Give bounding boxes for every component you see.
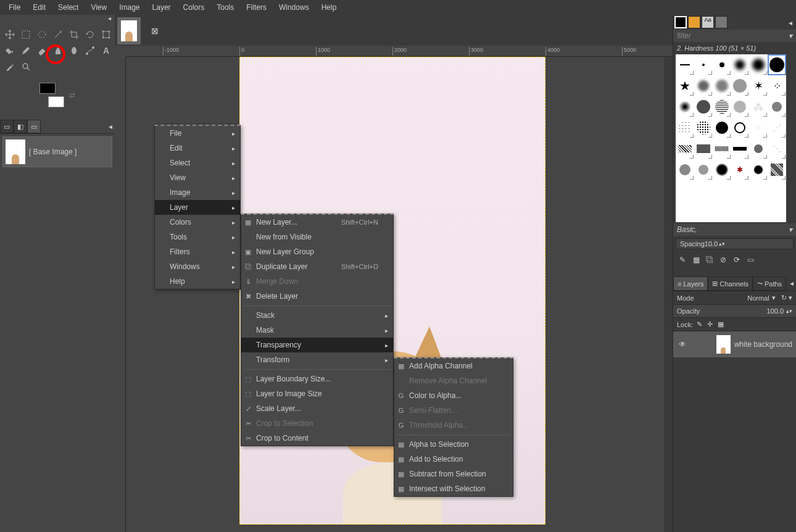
fuzzy-select-tool[interactable] — [51, 27, 65, 42]
cm-file[interactable]: File▸ — [155, 126, 240, 141]
menu-colors[interactable]: Colors — [177, 1, 211, 14]
cm-layer[interactable]: Layer▸ — [155, 200, 240, 215]
transform-tool[interactable] — [99, 27, 114, 42]
brush-preset[interactable]: ✱ — [731, 159, 750, 180]
brush-preset[interactable] — [676, 96, 694, 117]
color-swatches[interactable] — [39, 83, 64, 107]
brush-preset[interactable] — [749, 138, 768, 159]
cm-delete-layer[interactable]: ✖Delete Layer — [241, 289, 393, 304]
lock-alpha-icon[interactable]: ▦ — [718, 320, 724, 328]
swap-colors-icon[interactable]: ⇄ — [69, 91, 75, 99]
brush-preset[interactable]: ⁘ — [768, 75, 786, 96]
brush-preset[interactable]: ✶ — [749, 75, 768, 96]
open-brush-icon[interactable]: ▭ — [745, 254, 756, 265]
zoom-tool[interactable] — [19, 59, 33, 74]
cm-view[interactable]: View▸ — [155, 170, 240, 185]
tool-options-tab[interactable]: ▭ — [0, 120, 14, 133]
patterns-tab[interactable] — [688, 16, 700, 28]
text-tool[interactable]: A — [99, 43, 114, 58]
cm-edit[interactable]: Edit▸ — [155, 141, 240, 156]
cm-colors[interactable]: Colors▸ — [155, 215, 240, 230]
brush-preset[interactable]: ⋱ — [768, 138, 786, 159]
cm-select[interactable]: Select▸ — [155, 156, 240, 170]
image-list-item[interactable]: [ Base Image ] — [2, 136, 112, 167]
cm-transform[interactable]: Transform▸ — [241, 352, 393, 367]
spacing-slider[interactable]: Spacing 10.0 ▴▾ — [676, 238, 794, 249]
cm-crop-content[interactable]: ✂Crop to Content — [241, 431, 393, 446]
panel-menu-icon[interactable]: ◂ — [786, 16, 795, 28]
brush-preset[interactable] — [768, 159, 786, 180]
cm-intersect-selection[interactable]: ▦Intersect with Selection — [394, 481, 513, 496]
brush-preset[interactable] — [676, 138, 694, 159]
cm-layer-boundary[interactable]: ⬚Layer Boundary Size... — [241, 372, 393, 386]
clone-tool[interactable] — [51, 43, 65, 58]
brush-preset[interactable] — [694, 96, 713, 117]
foreground-color[interactable] — [39, 83, 56, 94]
cm-help[interactable]: Help▸ — [155, 274, 240, 289]
duplicate-brush-icon[interactable]: ⿻ — [704, 254, 715, 265]
refresh-brush-icon[interactable]: ⟳ — [731, 254, 742, 265]
cm-duplicate-layer[interactable]: ⿻Duplicate LayerShift+Ctrl+D — [241, 259, 393, 274]
panel-menu-icon[interactable]: ◂ — [108, 15, 111, 25]
channels-dock-tab[interactable]: ⊞Channels — [708, 276, 752, 291]
brush-preset[interactable] — [676, 54, 694, 75]
brush-preset[interactable] — [731, 96, 750, 117]
eraser-tool[interactable] — [35, 43, 49, 58]
brush-preset[interactable] — [694, 138, 713, 159]
filter-dropdown-icon[interactable]: ▾ — [789, 31, 792, 40]
close-image-tab[interactable]: ⊠ — [143, 17, 167, 44]
cm-new-layer-group[interactable]: ▣New Layer Group — [241, 244, 393, 259]
rect-select-tool[interactable] — [19, 27, 33, 42]
move-tool[interactable] — [2, 27, 17, 42]
brush-preset[interactable] — [694, 75, 713, 96]
menu-select[interactable]: Select — [52, 1, 85, 14]
new-brush-icon[interactable]: ▦ — [690, 254, 702, 265]
cm-add-alpha[interactable]: ▦Add Alpha Channel — [394, 359, 513, 373]
tab-menu-icon[interactable]: ◂ — [106, 120, 115, 133]
brush-preset[interactable] — [694, 117, 713, 138]
cm-tools[interactable]: Tools▸ — [155, 230, 240, 244]
layers-dock-tab[interactable]: ≡Layers — [673, 276, 708, 291]
edit-brush-icon[interactable]: ✎ — [677, 254, 688, 265]
pencil-tool[interactable] — [19, 43, 33, 58]
path-tool[interactable] — [83, 43, 97, 58]
cm-subtract-selection[interactable]: ▦Subtract from Selection — [394, 467, 513, 481]
cm-mask[interactable]: Mask▸ — [241, 323, 393, 338]
lock-position-icon[interactable]: ✢ — [707, 320, 713, 328]
brush-preset[interactable] — [694, 54, 713, 75]
brush-preset[interactable] — [713, 54, 731, 75]
mode-dropdown[interactable]: Normal — [747, 294, 769, 302]
brush-preset[interactable] — [694, 159, 713, 180]
dock-menu-icon[interactable]: ◂ — [787, 276, 796, 291]
brush-preset-selected[interactable] — [768, 54, 786, 75]
brush-preset-dropdown[interactable]: Basic, — [677, 225, 697, 234]
brush-preset[interactable] — [731, 54, 750, 75]
brush-preset[interactable] — [676, 117, 694, 138]
opacity-value[interactable]: 100.0 — [766, 307, 784, 315]
brushes-tab[interactable] — [674, 16, 687, 28]
brush-preset[interactable] — [768, 96, 786, 117]
vertical-scrollbar[interactable] — [664, 57, 673, 532]
menu-edit[interactable]: Edit — [27, 1, 52, 14]
menu-view[interactable]: View — [85, 1, 113, 14]
color-picker-tool[interactable] — [2, 59, 17, 74]
brush-preset[interactable]: ★ — [676, 75, 694, 96]
paths-dock-tab[interactable]: ⤳Paths — [753, 276, 786, 291]
bucket-tool[interactable] — [2, 43, 17, 58]
rotate-tool[interactable] — [83, 27, 97, 42]
brush-preset[interactable] — [713, 75, 731, 96]
menu-filters[interactable]: Filters — [240, 1, 273, 14]
cm-alpha-to-selection[interactable]: ▦Alpha to Selection — [394, 437, 513, 452]
cm-new-layer[interactable]: ▦New Layer...Shift+Ctrl+N — [241, 215, 393, 230]
crop-tool[interactable] — [67, 27, 81, 42]
brush-preset[interactable] — [713, 117, 731, 138]
cm-color-to-alpha[interactable]: GColor to Alpha... — [394, 388, 513, 403]
brush-preset[interactable] — [731, 75, 750, 96]
visibility-icon[interactable]: 👁 — [677, 340, 688, 349]
cm-image[interactable]: Image▸ — [155, 185, 240, 200]
cm-stack[interactable]: Stack▸ — [241, 308, 393, 323]
brush-preset[interactable] — [731, 117, 750, 138]
menu-tools[interactable]: Tools — [210, 1, 240, 14]
menu-layer[interactable]: Layer — [146, 1, 177, 14]
fonts-tab[interactable]: Aa — [702, 16, 714, 28]
